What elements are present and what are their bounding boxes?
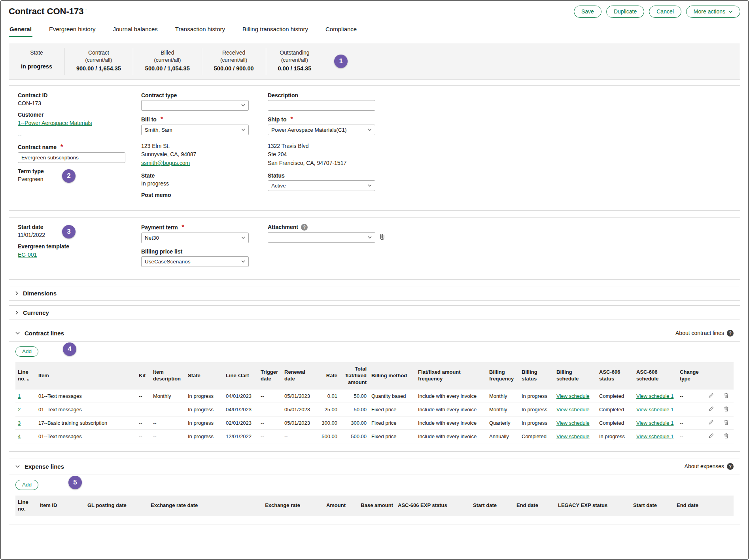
tab-compliance[interactable]: Compliance [325, 23, 357, 37]
payment-term-select[interactable]: Net30 [141, 233, 249, 243]
cell-kit: -- [136, 390, 151, 403]
duplicate-button[interactable]: Duplicate [606, 6, 644, 18]
billing-price-list-field: Billing price list UseCaseScenarios [141, 248, 268, 267]
cell-edit [704, 416, 719, 429]
summary-billed-label: Billed [145, 49, 190, 56]
delete-icon[interactable] [724, 393, 729, 399]
col-line-no[interactable]: Line no.▲ [15, 362, 36, 390]
cell-item-description: Monthly [151, 390, 185, 403]
expense-lines-table: Line no. Item ID GL posting date Exchang… [15, 496, 734, 516]
help-icon[interactable]: ? [301, 224, 308, 231]
cell-change-type: -- [677, 429, 704, 443]
edit-icon[interactable] [708, 433, 714, 440]
col-asc606-schedule: ASC-606 schedule [634, 362, 677, 390]
view-schedule-1-link[interactable]: View schedule 1 [636, 420, 673, 426]
contract-lines-body: 4 Add Line no.▲ Item Kit Item descriptio… [9, 342, 740, 451]
toolbar: Save Duplicate Cancel More actions [574, 6, 740, 18]
status-select[interactable]: Active [268, 180, 375, 191]
contract-lines-section: Contract lines About contract lines ? 4 … [9, 325, 740, 452]
cell-delete [719, 403, 734, 416]
view-schedule-1-link[interactable]: View schedule 1 [636, 393, 673, 399]
paperclip-icon[interactable] [379, 233, 385, 242]
cell-trigger-date: -- [258, 416, 282, 429]
form2-column-2: Payment term* Net30 Billing price list U… [141, 224, 268, 272]
contract-type-select[interactable] [141, 100, 249, 111]
attachment-select[interactable] [268, 232, 375, 243]
more-actions-label: More actions [694, 8, 725, 15]
bill-to-email-link[interactable]: ssmith@bogus.com [141, 160, 190, 166]
annotation-badge-3: 3 [62, 225, 76, 238]
contract-name-input[interactable] [18, 152, 125, 163]
cell-billing-frequency: Annually [487, 429, 519, 443]
customer-link[interactable]: 1--Power Aerospace Materials [18, 120, 92, 126]
cell-rate: 25.00 [317, 403, 340, 416]
annotation-badge-4: 4 [63, 342, 76, 356]
line-no-link[interactable]: 2 [18, 407, 21, 412]
add-expense-line-button[interactable]: Add [15, 480, 38, 490]
line-no-link[interactable]: 4 [18, 433, 21, 439]
help-icon[interactable]: ? [727, 330, 734, 337]
billing-price-list-select[interactable]: UseCaseScenarios [141, 256, 249, 267]
chevron-down-icon[interactable] [15, 465, 20, 468]
bill-to-select[interactable]: Smith, Sam [141, 125, 249, 135]
save-button[interactable]: Save [574, 6, 601, 18]
chevron-down-icon [241, 236, 245, 239]
cell-total: 50.00 [340, 390, 369, 403]
view-schedule-link[interactable]: View schedule [556, 393, 590, 399]
tab-general[interactable]: General [9, 23, 32, 37]
about-expenses-text: About expenses [685, 463, 724, 469]
currency-section-label: Currency [23, 309, 49, 316]
cell-item: 17--Basic training subscription [36, 416, 136, 429]
description-input[interactable] [268, 100, 375, 111]
currency-section-toggle[interactable]: Currency [9, 305, 740, 320]
cell-rate: 0.01 [317, 390, 340, 403]
dimensions-section-toggle[interactable]: Dimensions [9, 286, 740, 301]
line-no-link[interactable]: 1 [18, 393, 21, 399]
delete-icon[interactable] [724, 433, 729, 440]
cell-change-type: -- [677, 390, 704, 403]
tab-transaction-history[interactable]: Transaction history [174, 23, 226, 37]
about-contract-lines-text: About contract lines [675, 330, 724, 336]
view-schedule-1-link[interactable]: View schedule 1 [636, 407, 673, 412]
summary-contract-sub: (current/all) [76, 57, 121, 63]
customer-field: Customer 1--Power Aerospace Materials [18, 112, 141, 127]
cell-billing-method: Fixed price [369, 403, 416, 416]
more-actions-button[interactable]: More actions [686, 6, 740, 18]
delete-icon[interactable] [724, 420, 729, 426]
summary-received: Received (current/all) 500.00 / 900.00 [202, 48, 266, 75]
add-contract-line-button[interactable]: Add [15, 346, 38, 357]
view-schedule-link[interactable]: View schedule [556, 420, 590, 426]
view-schedule-link[interactable]: View schedule [556, 407, 590, 412]
view-schedule-link[interactable]: View schedule [556, 433, 590, 439]
tab-billing-transaction-history[interactable]: Billing transaction history [242, 23, 309, 37]
chevron-down-icon [368, 236, 372, 238]
delete-icon[interactable] [724, 406, 729, 413]
col-exchange-rate-date: Exchange rate date [148, 496, 239, 516]
view-schedule-1-link[interactable]: View schedule 1 [636, 433, 673, 439]
cell-billing-schedule: View schedule [554, 429, 597, 443]
edit-icon[interactable] [708, 420, 714, 426]
ship-to-select[interactable]: Power Aerospace Materials(C1) [268, 125, 375, 135]
cell-billing-frequency: Monthly [487, 390, 519, 403]
cancel-button[interactable]: Cancel [649, 6, 681, 18]
evergreen-template-label: Evergreen template [18, 243, 141, 250]
cell-billing-method: Fixed price [369, 416, 416, 429]
edit-icon[interactable] [708, 393, 714, 399]
chevron-down-icon[interactable] [15, 332, 20, 335]
evergreen-template-link[interactable]: EG-001 [18, 252, 37, 258]
state-field: State In progress [141, 172, 268, 187]
help-icon[interactable]: ? [727, 463, 734, 470]
summary-billed-sub: (current/all) [145, 57, 190, 63]
chevron-right-icon [15, 291, 18, 295]
sort-asc-icon: ▲ [26, 378, 30, 381]
payment-term-field: Payment term* Net30 [141, 224, 268, 243]
chevron-down-icon [368, 184, 372, 187]
tab-journal-balances[interactable]: Journal balances [112, 23, 158, 37]
cell-line-start: 02/01/2023 [223, 416, 258, 429]
contract-name-field: Contract name* [18, 144, 141, 163]
tab-evergreen-history[interactable]: Evergreen history [48, 23, 96, 37]
line-no-link[interactable]: 3 [18, 420, 21, 426]
edit-icon[interactable] [708, 406, 714, 413]
cell-billing-status: In progress [519, 403, 554, 416]
cell-asc606-status: Completed [597, 416, 634, 429]
